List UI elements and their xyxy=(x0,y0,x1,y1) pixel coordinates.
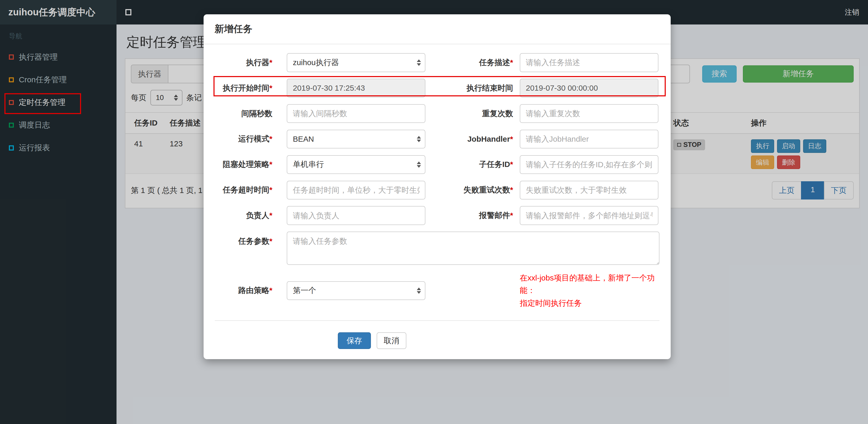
form-row-mode-handler: 运行模式* BEAN JobHandler* xyxy=(215,130,660,149)
modal-title: 新增任务 xyxy=(215,23,660,35)
modal-header: 新增任务 xyxy=(204,14,671,44)
form-row-time: 执行开始时间* 执行结束时间 xyxy=(215,79,660,97)
jobhandler-input[interactable] xyxy=(520,130,658,149)
run-mode-select[interactable]: BEAN xyxy=(287,130,425,149)
repeat-label: 重复次数 xyxy=(425,108,520,119)
owner-label: 负责人* xyxy=(215,210,287,221)
form-row-interval-repeat: 间隔秒数 重复次数 xyxy=(215,104,660,123)
alarm-email-label: 报警邮件* xyxy=(425,210,520,221)
child-job-input[interactable] xyxy=(520,155,658,174)
interval-input[interactable] xyxy=(287,104,425,123)
child-job-label: 子任务ID* xyxy=(425,159,520,170)
add-job-modal: 新增任务 执行器* zuihou执行器 任务描述* 执行开始时间* 执行结束时间 xyxy=(204,14,671,359)
end-time-label: 执行结束时间 xyxy=(425,83,520,94)
block-strategy-label: 阻塞处理策略* xyxy=(215,159,287,170)
modal-body: 执行器* zuihou执行器 任务描述* 执行开始时间* 执行结束时间 间隔秒数 xyxy=(204,44,671,349)
form-row-timeout-retry: 任务超时时间* 失败重试次数* xyxy=(215,181,660,199)
block-strategy-select-value: 单机串行 xyxy=(293,159,324,170)
job-param-textarea[interactable] xyxy=(287,232,659,265)
cancel-button[interactable]: 取消 xyxy=(377,332,407,349)
job-param-label: 任务参数* xyxy=(215,232,287,247)
modal-footer: 保存 取消 xyxy=(215,321,660,349)
run-mode-label: 运行模式* xyxy=(215,134,287,144)
fail-retry-label: 失败重试次数* xyxy=(425,185,520,195)
start-time-label: 执行开始时间* xyxy=(215,83,287,94)
form-row-executor-desc: 执行器* zuihou执行器 任务描述* xyxy=(215,53,660,72)
block-strategy-select[interactable]: 单机串行 xyxy=(287,155,425,174)
feature-note-text: 在xxl-jobs项目的基础上，新增了一个功能： 指定时间执行任务 xyxy=(520,272,659,310)
start-time-input[interactable] xyxy=(287,79,425,97)
form-row-owner-email: 负责人* 报警邮件* xyxy=(215,206,660,225)
select-arrows-icon xyxy=(417,136,421,142)
timeout-input[interactable] xyxy=(287,181,425,199)
route-strategy-label: 路由策略* xyxy=(215,285,287,296)
fail-retry-input[interactable] xyxy=(520,181,658,199)
job-desc-label: 任务描述* xyxy=(425,57,520,68)
save-button[interactable]: 保存 xyxy=(338,332,371,349)
repeat-input[interactable] xyxy=(520,104,658,123)
form-row-route: 路由策略* 第一个 在xxl-jobs项目的基础上，新增了一个功能： 指定时间执… xyxy=(215,272,660,310)
executor-select-value: zuihou执行器 xyxy=(293,57,339,68)
alarm-email-input[interactable] xyxy=(520,206,658,225)
executor-select[interactable]: zuihou执行器 xyxy=(287,53,425,72)
executor-label: 执行器* xyxy=(215,57,287,68)
owner-input[interactable] xyxy=(287,206,425,225)
interval-label: 间隔秒数 xyxy=(215,108,287,119)
job-desc-input[interactable] xyxy=(520,53,658,72)
select-arrows-icon xyxy=(417,59,421,66)
route-strategy-select-value: 第一个 xyxy=(293,285,316,296)
jobhandler-label: JobHandler* xyxy=(425,135,520,143)
form-row-block-child: 阻塞处理策略* 单机串行 子任务ID* xyxy=(215,155,660,174)
select-arrows-icon xyxy=(417,288,421,294)
run-mode-select-value: BEAN xyxy=(293,135,314,143)
form-row-param: 任务参数* xyxy=(215,232,660,265)
app-page: zuihou任务调度中心 注销 导航 执行器管理 Cron任务管理 定时任务管理… xyxy=(0,0,868,424)
end-time-input[interactable] xyxy=(520,79,658,97)
route-strategy-select[interactable]: 第一个 xyxy=(287,281,425,300)
timeout-label: 任务超时时间* xyxy=(215,185,287,195)
select-arrows-icon xyxy=(417,161,421,168)
